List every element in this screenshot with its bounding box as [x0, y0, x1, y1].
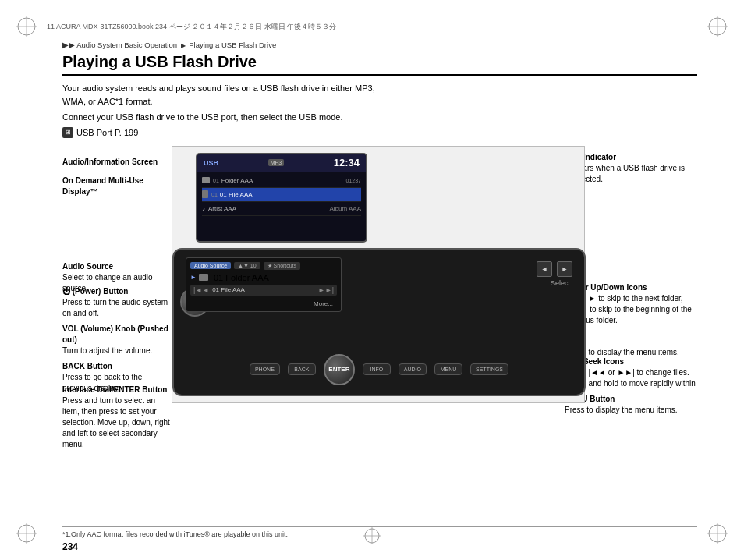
folder-icon-1	[202, 177, 210, 183]
phone-button[interactable]: PHONE	[250, 363, 280, 375]
back-button[interactable]: BACK	[288, 363, 316, 375]
breadcrumb-item1: Audio System Basic Operation	[76, 41, 177, 49]
cms-tab-audio[interactable]: Audio Source	[190, 262, 231, 269]
mp3-badge: MP3	[268, 159, 284, 166]
usb-ref-text: USB Port P. 199	[76, 128, 138, 137]
folder-skip-btns: ◄ ►	[537, 261, 572, 277]
file-icon-1	[202, 190, 208, 198]
top-bar-text: 11 ACURA MDX-31TZ56000.book 234 ページ ２０１４…	[47, 22, 336, 32]
ctrl-mini-screen: Audio Source ▲▼ 10 ★ Shortcuts ► 01 Fold…	[186, 257, 342, 312]
usb-ref-icon: ⊞	[62, 127, 73, 138]
cms-file-name: 01 File AAA	[212, 286, 318, 293]
reg-mark-bc	[363, 527, 381, 546]
usb-label: USB	[204, 159, 218, 167]
time-display: 12:34	[334, 157, 360, 168]
usb-list-row-3: ♪ Artist AAA Album AAA	[202, 202, 361, 216]
label-power-btn: ⏻ (Power) Button Press to turn the audio…	[62, 286, 172, 319]
usb-list-row-1: 01 Folder AAA 01237	[202, 174, 361, 188]
ctrl-unit: VOL Audio Source ▲▼ 10 ★ Shortcuts ► 01 …	[172, 248, 586, 396]
usb-list-row-2: 01 01 File AAA	[202, 188, 361, 202]
diagram-image: USB MP3 12:34 01 Folder AAA 01237	[172, 146, 585, 403]
intro-line1: Your audio system reads and plays sound …	[62, 83, 375, 93]
label-audio-screen: Audio/Information Screen	[62, 157, 158, 168]
cms-folder-name: 01 Folder AAA	[214, 273, 269, 282]
page-title: Playing a USB Flash Drive	[62, 53, 697, 76]
diagram-wrapper: Audio/Information Screen On Demand Multi…	[62, 146, 697, 427]
info-button[interactable]: INFO	[363, 363, 391, 375]
label-vol-knob: VOL (Volume) Knob (Pushed out) Turn to a…	[62, 324, 172, 356]
label-interface-dial: Interface Dial/ENTER Button Press and tu…	[62, 385, 170, 450]
intro-text: Your audio system reads and plays sound …	[62, 82, 697, 108]
breadcrumb-arrow1: ▶▶	[62, 41, 75, 49]
cms-tab-shortcuts[interactable]: ★ Shortcuts	[264, 262, 301, 270]
cms-header-row: Audio Source ▲▼ 10 ★ Shortcuts	[190, 262, 337, 270]
cms-play-icon: ►	[190, 274, 197, 281]
audio-button[interactable]: AUDIO	[399, 363, 427, 375]
reg-mark-tr	[707, 16, 728, 37]
cms-forward-icons: ►►|	[318, 286, 334, 294]
top-bar: 11 ACURA MDX-31TZ56000.book 234 ページ ２０１４…	[47, 22, 697, 34]
main-content: Playing a USB Flash Drive Your audio sys…	[62, 53, 697, 529]
usb-ref: ⊞ USB Port P. 199	[62, 127, 697, 138]
breadcrumb-item2: Playing a USB Flash Drive	[189, 41, 276, 49]
label-on-demand: On Demand Multi-Use Display™	[62, 175, 172, 197]
breadcrumb-arrow2: ▶	[181, 42, 186, 49]
select-label: Select	[551, 279, 570, 287]
cms-folder-icon	[199, 274, 208, 281]
reg-mark-tl	[16, 16, 37, 37]
usb-screen-header: USB MP3 12:34	[197, 154, 366, 172]
next-folder-btn[interactable]: ►	[557, 261, 572, 277]
cms-tab-arrows[interactable]: ▲▼ 10	[234, 262, 260, 269]
reg-mark-bl	[16, 523, 37, 544]
intro-line3: Connect your USB flash drive to the USB …	[62, 111, 697, 124]
page-number: 234	[62, 541, 78, 552]
cms-folder-row: ► 01 Folder AAA	[190, 273, 337, 282]
hw-buttons-row: PHONE BACK ENTER INFO AUDIO	[174, 354, 584, 385]
prev-folder-btn[interactable]: ◄	[537, 261, 552, 277]
settings-button[interactable]: SETTINGS	[470, 363, 508, 375]
menu-button[interactable]: MENU	[434, 363, 462, 375]
reg-mark-br	[707, 523, 728, 544]
usb-screen-list: 01 Folder AAA 01237 01 01 File AAA ♪ Art…	[197, 172, 366, 218]
cms-file-row: |◄◄ 01 File AAA ►►|	[190, 285, 337, 296]
page-container: 11 ACURA MDX-31TZ56000.book 234 ページ ２０１４…	[0, 0, 744, 560]
enter-button[interactable]: ENTER	[324, 354, 355, 385]
intro-line2: WMA, or AAC*1 format.	[62, 97, 153, 106]
breadcrumb: ▶▶ Audio System Basic Operation ▶ Playin…	[62, 41, 276, 49]
cms-skip-icons: |◄◄	[193, 286, 209, 294]
usb-screen: USB MP3 12:34 01 Folder AAA 01237	[196, 153, 367, 243]
cms-more[interactable]: More...	[314, 300, 333, 307]
